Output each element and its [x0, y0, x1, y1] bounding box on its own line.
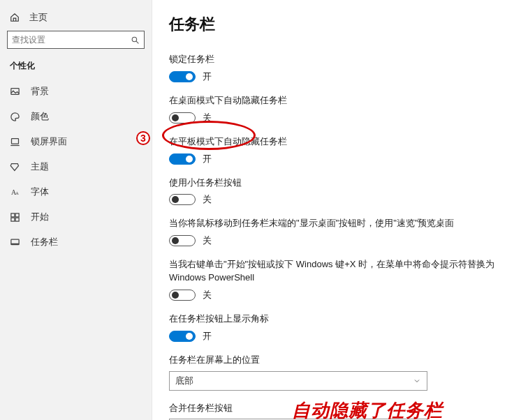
sidebar-item-start[interactable]: 开始	[0, 204, 152, 230]
page-title: 任务栏	[169, 14, 508, 35]
toggle-switch[interactable]	[169, 235, 196, 246]
dropdown-label-position: 任务栏在屏幕上的位置	[169, 354, 508, 367]
theme-icon	[10, 162, 22, 172]
toggle-switch[interactable]	[169, 331, 196, 342]
toggle-state-text: 关	[203, 112, 212, 124]
font-icon: AA	[10, 187, 22, 197]
sidebar-item-label: 颜色	[31, 110, 49, 123]
image-icon	[10, 87, 22, 97]
annotation-step-marker: 3	[135, 130, 149, 144]
setting-3: 使用小任务栏按钮关	[169, 177, 508, 207]
setting-2: 在平板模式下自动隐藏任务栏开	[169, 135, 508, 165]
lock-screen-icon	[10, 137, 22, 147]
svg-rect-9	[11, 218, 15, 221]
sidebar-item-label: 任务栏	[31, 236, 58, 248]
nav-home[interactable]: 主页	[0, 7, 152, 31]
nav-home-label: 主页	[29, 11, 47, 24]
toggle-state-text: 开	[203, 153, 212, 165]
setting-label: 在平板模式下自动隐藏任务栏	[169, 135, 508, 149]
toggle-switch[interactable]	[169, 290, 196, 301]
sidebar-item-fonts[interactable]: AA 字体	[0, 179, 152, 204]
toggle-state-text: 开	[203, 330, 212, 343]
sidebar-item-label: 开始	[31, 211, 49, 223]
category-label: 个性化	[0, 54, 152, 76]
chevron-down-icon	[413, 377, 421, 385]
sidebar-item-label: 主题	[31, 160, 49, 173]
sidebar-item-background[interactable]: 背景	[0, 79, 152, 104]
dropdown-taskbar-position[interactable]: 底部	[169, 371, 427, 391]
palette-icon	[10, 112, 22, 122]
sidebar-item-label: 字体	[31, 186, 49, 198]
svg-rect-12	[11, 243, 19, 244]
search-icon	[131, 36, 140, 45]
setting-0: 锁定任务栏开	[169, 53, 508, 83]
toggle-switch[interactable]	[169, 71, 196, 82]
setting-4: 当你将鼠标移动到任务栏末端的"显示桌面"按钮时，使用"速览"预览桌面关	[169, 217, 508, 247]
sidebar-item-lockscreen[interactable]: 锁屏界面	[0, 129, 152, 154]
annotation-caption: 自动隐藏了任务栏	[292, 398, 443, 420]
taskbar-icon	[10, 237, 22, 248]
setting-label: 在任务栏按钮上显示角标	[169, 313, 508, 326]
setting-1: 在桌面模式下自动隐藏任务栏关	[169, 94, 508, 124]
setting-label: 当我右键单击"开始"按钮或按下 Windows 键+X 时，在菜单中将命令提示符…	[169, 258, 508, 285]
setting-6: 在任务栏按钮上显示角标开	[169, 313, 508, 343]
sidebar: 主页 个性化 背景 颜色	[0, 0, 152, 420]
svg-text:3: 3	[140, 133, 146, 144]
svg-rect-7	[11, 213, 15, 216]
sidebar-item-themes[interactable]: 主题	[0, 154, 152, 179]
setting-label: 当你将鼠标移动到任务栏末端的"显示桌面"按钮时，使用"速览"预览桌面	[169, 217, 508, 230]
svg-line-1	[136, 41, 138, 43]
toggle-switch[interactable]	[169, 153, 196, 165]
sidebar-item-colors[interactable]: 颜色	[0, 104, 152, 129]
sidebar-item-taskbar[interactable]: 任务栏	[0, 230, 152, 255]
search-input-wrap[interactable]	[7, 31, 145, 49]
setting-5: 当我右键单击"开始"按钮或按下 Windows 键+X 时，在菜单中将命令提示符…	[169, 258, 508, 301]
toggle-switch[interactable]	[169, 194, 196, 205]
setting-label: 使用小任务栏按钮	[169, 177, 508, 190]
main-content: 任务栏 锁定任务栏开在桌面模式下自动隐藏任务栏关在平板模式下自动隐藏任务栏开使用…	[152, 0, 528, 420]
svg-rect-3	[12, 138, 19, 144]
toggle-state-text: 开	[203, 70, 212, 83]
toggle-state-text: 关	[203, 193, 212, 206]
svg-point-0	[132, 37, 137, 42]
setting-label: 在桌面模式下自动隐藏任务栏	[169, 94, 508, 107]
sidebar-item-label: 背景	[31, 85, 49, 98]
home-icon	[10, 13, 22, 22]
toggle-state-text: 关	[203, 234, 212, 247]
svg-rect-10	[15, 218, 19, 221]
svg-text:A: A	[15, 190, 19, 195]
sidebar-item-label: 锁屏界面	[31, 135, 67, 148]
search-input[interactable]	[12, 35, 131, 45]
toggle-switch[interactable]	[169, 112, 196, 123]
svg-rect-8	[15, 213, 19, 216]
start-icon	[10, 212, 22, 223]
toggle-state-text: 关	[203, 289, 212, 301]
setting-label: 锁定任务栏	[169, 53, 508, 66]
dropdown-value: 底部	[175, 375, 193, 387]
